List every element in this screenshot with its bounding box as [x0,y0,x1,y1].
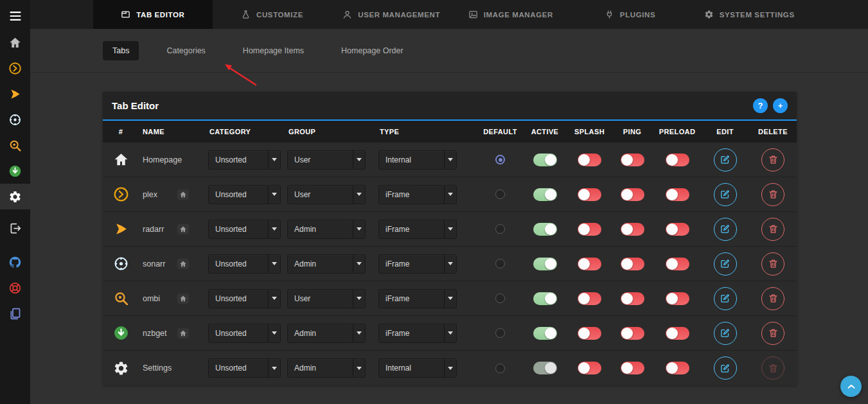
type-select[interactable]: iFrame [378,289,457,308]
active-toggle[interactable] [533,362,557,374]
subnav-item-categories[interactable]: Categories [157,41,215,60]
group-select[interactable]: User [287,150,366,170]
subnav-item-homepage-order[interactable]: Homepage Order [332,41,413,60]
type-select[interactable]: Internal [378,150,457,170]
preload-toggle[interactable] [666,223,689,236]
category-select[interactable]: Unsorted [208,254,281,274]
sidebar-item-plex[interactable] [0,55,30,81]
splash-toggle[interactable] [578,362,601,374]
splash-toggle[interactable] [578,327,601,340]
sidebar-item-settings[interactable] [0,184,30,209]
edit-button[interactable] [714,252,737,276]
sidebar-item-support[interactable] [0,275,30,301]
add-tab-button[interactable]: + [773,98,788,113]
group-select[interactable]: User [287,185,366,204]
active-toggle[interactable] [533,292,557,305]
top-tab-plugins[interactable]: PLUGINS [571,0,690,29]
scroll-to-top-button[interactable] [840,376,862,397]
default-radio[interactable] [495,155,505,164]
group-select[interactable]: Admin [287,220,366,239]
delete-button[interactable] [761,322,784,345]
preload-toggle[interactable] [666,362,689,374]
type-select[interactable]: iFrame [378,185,457,204]
splash-toggle[interactable] [578,258,601,270]
active-toggle[interactable] [533,223,557,236]
sidebar-item-github[interactable] [0,249,30,275]
edit-button[interactable] [714,148,737,171]
active-toggle[interactable] [533,327,557,340]
group-select[interactable]: Admin [287,254,366,274]
edit-button[interactable] [714,218,737,241]
image-icon [468,10,478,19]
ping-toggle[interactable] [621,327,644,340]
delete-button[interactable] [761,148,784,171]
sidebar-item-nzbget[interactable] [0,158,30,184]
ping-toggle[interactable] [621,154,644,166]
sidebar-item-sonarr[interactable] [0,107,30,132]
delete-button[interactable] [761,218,784,241]
sidebar-item-home[interactable] [0,30,30,55]
edit-button[interactable] [714,322,737,345]
top-tab-customize[interactable]: CUSTOMIZE [213,0,332,29]
default-radio[interactable] [495,224,505,234]
active-toggle[interactable] [533,188,557,201]
preload-toggle[interactable] [666,292,689,305]
type-select[interactable]: Internal [378,358,457,378]
preload-toggle[interactable] [666,327,689,340]
splash-toggle[interactable] [578,223,601,236]
group-select-value: Admin [294,329,316,338]
top-tab-label: PLUGINS [620,11,655,19]
top-tab-user-management[interactable]: USER MANAGEMENT [332,0,451,29]
category-select[interactable]: Unsorted [208,289,281,308]
ping-toggle[interactable] [621,258,644,270]
default-radio[interactable] [495,189,505,199]
delete-button[interactable] [761,252,784,276]
help-button[interactable]: ? [753,98,768,113]
splash-toggle[interactable] [578,188,601,201]
group-select[interactable]: User [287,289,366,308]
splash-toggle[interactable] [578,292,601,305]
top-tab-tab-editor[interactable]: TAB EDITOR [93,0,213,29]
top-tab-image-manager[interactable]: IMAGE MANAGER [451,0,571,29]
active-toggle[interactable] [533,258,557,270]
group-select[interactable]: Admin [287,358,366,378]
edit-button[interactable] [714,183,737,206]
preload-toggle[interactable] [666,258,689,270]
type-select[interactable]: iFrame [378,220,457,239]
ping-toggle[interactable] [621,292,644,305]
delete-button[interactable] [761,287,784,310]
sidebar-item-pages[interactable] [0,301,30,326]
category-select[interactable]: Unsorted [208,324,281,343]
subnav-item-homepage-items[interactable]: Homepage Items [233,41,314,60]
edit-button[interactable] [714,287,737,310]
sidebar-item-radarr[interactable] [0,81,30,107]
ping-toggle[interactable] [621,223,644,236]
preload-toggle[interactable] [666,154,689,166]
category-select[interactable]: Unsorted [208,185,281,204]
default-radio[interactable] [495,259,505,268]
sidebar-item-logout[interactable] [0,215,30,241]
edit-button[interactable] [714,356,737,380]
default-radio[interactable] [495,328,505,338]
top-tab-system-settings[interactable]: SYSTEM SETTINGS [689,0,809,29]
sidebar-item-ombi[interactable] [0,132,30,158]
sonarr-icon [103,256,139,272]
default-radio[interactable] [495,364,505,373]
subnav-item-tabs[interactable]: Tabs [103,41,139,60]
ping-toggle[interactable] [621,362,644,374]
delete-button[interactable] [761,183,784,206]
preload-toggle[interactable] [666,188,689,201]
sidebar-item-menu[interactable] [0,3,30,30]
default-radio[interactable] [495,294,505,303]
splash-toggle[interactable] [578,154,601,166]
category-select[interactable]: Unsorted [208,358,281,378]
category-select[interactable]: Unsorted [208,220,281,239]
category-select[interactable]: Unsorted [208,150,281,170]
edit-pencil-icon [720,258,731,269]
type-select[interactable]: iFrame [378,254,457,274]
ping-toggle[interactable] [621,188,644,201]
delete-button[interactable] [761,356,784,380]
group-select[interactable]: Admin [287,324,366,343]
active-toggle[interactable] [533,154,557,166]
type-select[interactable]: iFrame [378,324,457,343]
